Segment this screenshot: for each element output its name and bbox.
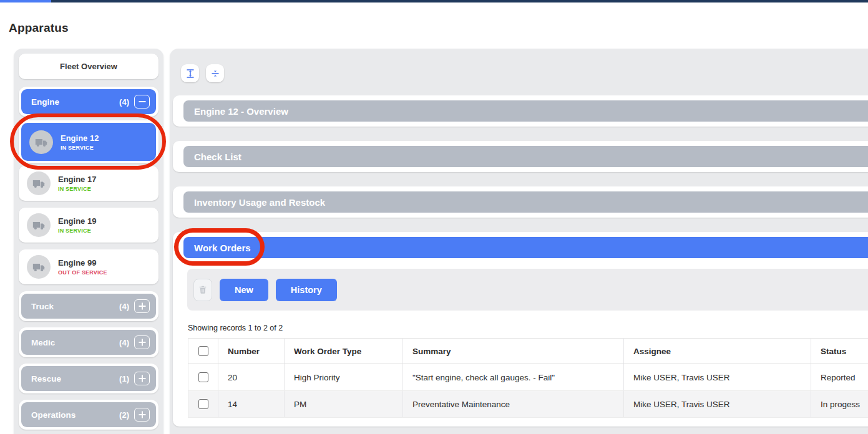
- avatar: [27, 213, 51, 237]
- group-label: Medic: [31, 338, 55, 347]
- vehicle-text: Engine 17 IN SERVICE: [58, 175, 96, 192]
- plus-icon-bar: [142, 412, 143, 418]
- cell-status: In progess: [811, 391, 868, 418]
- rescue-group-card: Rescue (1): [19, 364, 158, 393]
- status-badge: IN SERVICE: [58, 228, 96, 234]
- section-header-inventory[interactable]: Inventory Usage and Restock: [183, 191, 868, 213]
- top-navigation-bar: [0, 0, 868, 2]
- delete-work-order-button[interactable]: [193, 279, 212, 301]
- row-checkbox[interactable]: [198, 399, 208, 409]
- column-header-status[interactable]: Status: [811, 339, 868, 364]
- medic-group-card: Medic (4): [19, 327, 158, 357]
- expand-group-button[interactable]: [134, 299, 150, 313]
- group-count: (1): [119, 374, 129, 383]
- status-badge: IN SERVICE: [61, 145, 99, 151]
- cell-assignee: Mike USER, Travis USER: [624, 364, 811, 391]
- engine-group-count: (4): [119, 97, 129, 107]
- page-title: Apparatus: [9, 21, 69, 35]
- cell-type: PM: [285, 391, 403, 418]
- progress-bar: [0, 0, 51, 2]
- engine-group-label: Engine: [31, 97, 59, 107]
- collapse-group-button[interactable]: [134, 95, 150, 109]
- column-header-number[interactable]: Number: [218, 339, 285, 364]
- section-card-overview: Engine 12 - Overview: [173, 95, 868, 127]
- table-header-row: Number Work Order Type Summary Assignee …: [188, 339, 868, 364]
- truck-icon: [32, 260, 46, 274]
- expand-group-button[interactable]: [134, 408, 150, 422]
- cell-type: High Priority: [285, 364, 403, 391]
- truck-icon: [34, 135, 48, 149]
- vehicle-text: Engine 19 IN SERVICE: [58, 216, 96, 234]
- sidebar-item-truck[interactable]: Truck (4): [21, 294, 156, 319]
- apparatus-sidebar: Fleet Overview Engine (4) Engine 12 IN S…: [14, 49, 163, 434]
- select-all-checkbox[interactable]: [198, 346, 208, 356]
- work-orders-table: Number Work Order Type Summary Assignee …: [188, 338, 868, 418]
- vehicle-name: Engine 19: [58, 216, 96, 226]
- status-badge: IN SERVICE: [58, 186, 96, 192]
- group-count: (4): [119, 338, 129, 347]
- truck-group-card: Truck (4): [19, 291, 158, 321]
- plus-icon-bar: [142, 339, 143, 346]
- cell-assignee: Mike USER, Travis USER: [624, 391, 811, 418]
- vehicle-name: Engine 12: [61, 133, 99, 143]
- avatar: [27, 171, 51, 195]
- group-label: Operations: [31, 410, 76, 420]
- section-card-inventory: Inventory Usage and Restock: [173, 186, 868, 218]
- collapse-rows-icon: [210, 69, 220, 79]
- vehicle-name: Engine 99: [58, 258, 107, 268]
- plus-icon-bar: [142, 375, 143, 382]
- section-toolbar: [181, 64, 868, 82]
- group-label: Rescue: [31, 374, 61, 383]
- sidebar-item-engine-19[interactable]: Engine 19 IN SERVICE: [19, 208, 158, 243]
- truck-icon: [32, 176, 46, 190]
- section-header-checklist[interactable]: Check List: [183, 146, 868, 167]
- plus-icon-bar: [142, 303, 143, 310]
- sidebar-item-engine-17[interactable]: Engine 17 IN SERVICE: [19, 166, 158, 201]
- section-header-overview[interactable]: Engine 12 - Overview: [183, 100, 868, 122]
- apparatus-detail-panel: Engine 12 - Overview Check List Inventor…: [170, 49, 868, 434]
- section-header-work-orders[interactable]: Work Orders: [183, 237, 868, 258]
- column-header-type[interactable]: Work Order Type: [285, 339, 403, 364]
- cell-status: Reported: [811, 364, 868, 391]
- vehicle-name: Engine 17: [58, 175, 96, 184]
- expand-group-button[interactable]: [134, 335, 150, 349]
- cell-summary: "Start engine, check all gauges. - Fail": [403, 364, 624, 391]
- cell-number: 14: [218, 391, 285, 418]
- column-header-summary[interactable]: Summary: [403, 339, 624, 364]
- sidebar-item-engine-12[interactable]: Engine 12 IN SERVICE: [21, 123, 156, 161]
- cell-number: 20: [218, 364, 285, 391]
- group-count: (2): [119, 410, 129, 420]
- work-orders-toolbar: New History: [187, 269, 868, 311]
- column-header-assignee[interactable]: Assignee: [624, 339, 811, 364]
- avatar: [29, 130, 53, 154]
- row-checkbox[interactable]: [198, 372, 208, 382]
- truck-icon: [32, 218, 46, 232]
- record-count-text: Showing records 1 to 2 of 2: [188, 324, 868, 332]
- section-card-work-orders: Work Orders New History Showing records …: [173, 232, 868, 427]
- group-count: (4): [119, 302, 129, 311]
- status-badge: OUT OF SERVICE: [58, 269, 107, 276]
- table-row[interactable]: 14 PM Preventative Maintenance Mike USER…: [188, 391, 868, 418]
- engine-group-card: Engine (4): [19, 87, 158, 117]
- vehicle-text: Engine 12 IN SERVICE: [61, 133, 99, 151]
- engine-group-header[interactable]: Engine (4): [21, 89, 156, 114]
- trash-icon: [198, 285, 207, 294]
- expand-all-button[interactable]: [181, 64, 199, 82]
- section-card-checklist: Check List: [173, 141, 868, 172]
- sidebar-item-engine-99[interactable]: Engine 99 OUT OF SERVICE: [19, 249, 158, 284]
- history-button[interactable]: History: [276, 279, 337, 301]
- new-work-order-button[interactable]: New: [220, 279, 268, 301]
- avatar: [27, 255, 51, 279]
- sidebar-item-medic[interactable]: Medic (4): [21, 330, 156, 355]
- minus-icon: [139, 101, 145, 102]
- group-label: Truck: [31, 302, 54, 311]
- vehicle-text: Engine 99 OUT OF SERVICE: [58, 258, 107, 276]
- sidebar-item-rescue[interactable]: Rescue (1): [21, 366, 156, 391]
- cell-summary: Preventative Maintenance: [403, 391, 624, 418]
- sidebar-item-operations[interactable]: Operations (2): [21, 402, 156, 427]
- apparatus-page: Apparatus Fleet Overview Engine (4) Engi…: [0, 0, 868, 434]
- fleet-overview-button[interactable]: Fleet Overview: [19, 54, 158, 79]
- collapse-all-button[interactable]: [206, 64, 224, 82]
- expand-group-button[interactable]: [134, 372, 150, 385]
- table-row[interactable]: 20 High Priority "Start engine, check al…: [188, 364, 868, 391]
